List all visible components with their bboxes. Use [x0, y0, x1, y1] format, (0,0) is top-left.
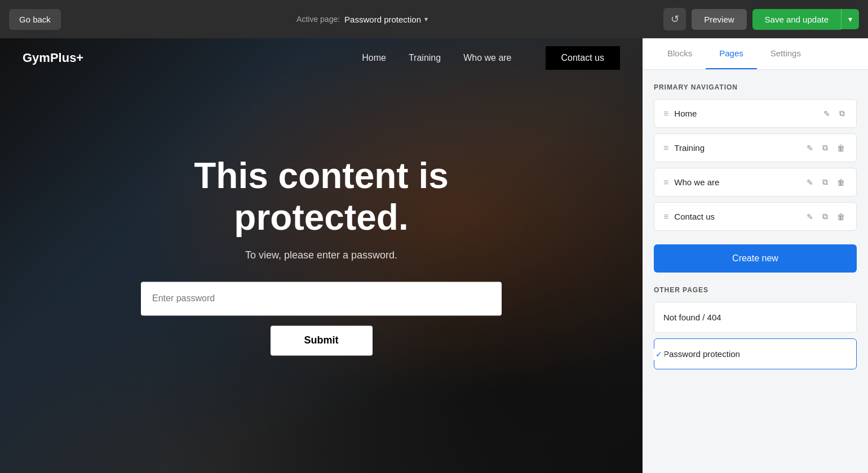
tab-blocks[interactable]: Blocks: [654, 38, 706, 69]
nav-item-actions-home: ✎ ⧉: [821, 108, 847, 119]
nav-link-home[interactable]: Home: [362, 53, 386, 63]
drag-handle-home[interactable]: ≡: [663, 109, 668, 119]
drag-handle-who-we-are[interactable]: ≡: [663, 177, 668, 188]
edit-home-button[interactable]: ✎: [821, 108, 832, 119]
nav-item-label-training: Training: [674, 143, 799, 153]
nav-item-home: ≡ Home ✎ ⧉: [654, 99, 857, 128]
save-update-button[interactable]: Save and update: [752, 9, 841, 30]
right-panel: Blocks Pages Settings PRIMARY NAVIGATION…: [643, 38, 868, 473]
copy-who-we-are-button[interactable]: ⧉: [820, 176, 830, 188]
go-back-button[interactable]: Go back: [9, 9, 61, 30]
site-logo: GymPlus+: [23, 51, 83, 65]
delete-who-we-are-button[interactable]: 🗑: [835, 177, 847, 188]
topbar-right: ↺ Preview Save and update ▾: [663, 8, 859, 30]
active-page-label: Active page:: [296, 15, 340, 24]
save-button-group: Save and update ▾: [752, 9, 859, 30]
nav-item-label-who-we-are: Who we are: [674, 177, 799, 187]
topbar-center: Active page: Password protection ▾: [68, 15, 657, 24]
password-input[interactable]: [141, 282, 502, 316]
nav-item-contact-us: ≡ Contact us ✎ ⧉ 🗑: [654, 202, 857, 231]
preview-button[interactable]: Preview: [692, 9, 746, 30]
nav-item-actions-contact-us: ✎ ⧉ 🗑: [804, 211, 847, 222]
panel-tabs: Blocks Pages Settings: [643, 38, 868, 70]
other-pages-label: OTHER PAGES: [654, 286, 857, 294]
password-input-row: [124, 282, 519, 316]
edit-who-we-are-button[interactable]: ✎: [804, 177, 816, 188]
nav-item-actions-who-we-are: ✎ ⧉ 🗑: [804, 176, 847, 188]
preview-area: GymPlus+ Home Training Who we are Contac…: [0, 38, 643, 473]
nav-link-training[interactable]: Training: [409, 53, 441, 63]
active-page-value[interactable]: Password protection ▾: [344, 15, 428, 24]
tab-pages[interactable]: Pages: [706, 38, 757, 69]
protected-subtitle: To view, please enter a password.: [124, 250, 519, 262]
main-content: GymPlus+ Home Training Who we are Contac…: [0, 38, 868, 473]
save-dropdown-arrow[interactable]: ▾: [841, 9, 859, 29]
topbar: Go back Active page: Password protection…: [0, 0, 868, 38]
delete-training-button[interactable]: 🗑: [835, 142, 847, 154]
copy-home-button[interactable]: ⧉: [837, 108, 847, 119]
nav-item-label-home: Home: [674, 109, 816, 118]
history-button[interactable]: ↺: [663, 8, 686, 30]
submit-button[interactable]: Submit: [271, 326, 373, 356]
site-navbar: GymPlus+ Home Training Who we are Contac…: [0, 38, 643, 78]
delete-contact-us-button[interactable]: 🗑: [835, 211, 847, 222]
protected-content: This content is protected. To view, plea…: [124, 155, 519, 355]
contact-us-button[interactable]: Contact us: [546, 46, 620, 70]
submit-btn-row: Submit: [124, 326, 519, 356]
edit-contact-us-button[interactable]: ✎: [804, 211, 816, 222]
page-dropdown-arrow: ▾: [424, 15, 428, 23]
site-nav: Home Training Who we are Contact us: [362, 46, 620, 70]
nav-item-label-contact-us: Contact us: [674, 212, 799, 221]
topbar-left: Go back: [9, 9, 61, 30]
nav-item-training: ≡ Training ✎ ⧉ 🗑: [654, 133, 857, 162]
nav-item-who-we-are: ≡ Who we are ✎ ⧉ 🗑: [654, 168, 857, 197]
tab-settings[interactable]: Settings: [757, 38, 814, 69]
nav-link-who-we-are[interactable]: Who we are: [463, 53, 511, 63]
protected-title: This content is protected.: [124, 155, 519, 238]
primary-nav-label: PRIMARY NAVIGATION: [654, 83, 857, 91]
nav-item-actions-training: ✎ ⧉ 🗑: [804, 142, 847, 154]
copy-contact-us-button[interactable]: ⧉: [820, 211, 830, 222]
create-new-button[interactable]: Create new: [654, 244, 857, 273]
copy-training-button[interactable]: ⧉: [820, 142, 830, 154]
other-page-item-404[interactable]: Not found / 404: [654, 302, 857, 333]
drag-handle-contact-us[interactable]: ≡: [663, 212, 668, 222]
other-page-item-password-protection[interactable]: Password protection: [654, 338, 857, 369]
edit-training-button[interactable]: ✎: [804, 142, 816, 154]
panel-content: PRIMARY NAVIGATION ≡ Home ✎ ⧉ ≡ Training…: [643, 70, 868, 473]
drag-handle-training[interactable]: ≡: [663, 143, 668, 153]
